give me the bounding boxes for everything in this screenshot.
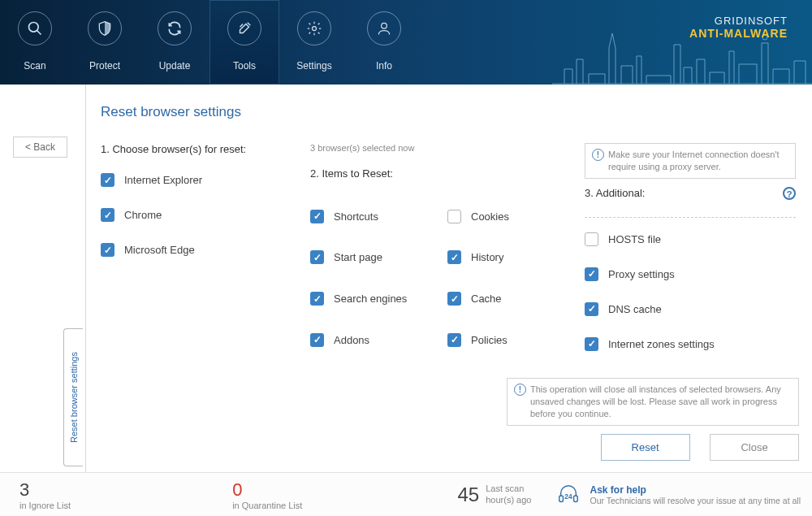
selected-count-hint: 3 browser(s) selected now	[310, 143, 585, 153]
gear-icon	[297, 11, 331, 46]
nav-tab-label: Tools	[209, 60, 279, 72]
checkbox-label: Shortcuts	[334, 210, 378, 223]
stat-lines: Last scan hour(s) ago	[486, 483, 531, 505]
help-title: Ask for help	[590, 484, 801, 496]
checkbox-dns-cache[interactable]: DNS cache	[585, 302, 796, 316]
checkbox-browser-chrome[interactable]: Chrome	[101, 208, 310, 222]
reset-button[interactable]: Reset	[601, 434, 690, 461]
ask-for-help[interactable]: 24 Ask for help Our Technicians will res…	[544, 482, 812, 508]
bottom-actions: This operation will close all instances …	[507, 378, 799, 461]
checkbox-icon	[447, 250, 461, 264]
svg-text:24: 24	[565, 492, 573, 500]
checkbox-icon	[101, 243, 114, 257]
button-row: Reset Close	[507, 434, 799, 461]
refresh-icon	[158, 11, 192, 46]
checkbox-icon	[585, 337, 598, 351]
back-button[interactable]: < Back	[13, 137, 67, 158]
nav-tabs: Scan Protect Update Tools Settings	[0, 0, 419, 85]
checkbox-icon	[447, 333, 461, 347]
checkbox-cookies[interactable]: Cookies	[447, 207, 585, 226]
nav-tab-settings[interactable]: Settings	[279, 0, 349, 85]
checkbox-shortcuts[interactable]: Shortcuts	[310, 207, 447, 226]
nav-tab-label: Update	[140, 60, 209, 72]
section-heading-additional: 3. Additional: ?	[585, 187, 796, 199]
stat-label: in Quarantine List	[232, 501, 302, 510]
nav-tab-label: Settings	[279, 60, 349, 72]
checkbox-internet-zones[interactable]: Internet zones settings	[585, 337, 796, 351]
nav-tab-label: Scan	[0, 60, 70, 72]
svg-rect-7	[574, 495, 578, 501]
checkbox-label: Policies	[471, 334, 508, 346]
page-title: Reset browser settings	[101, 104, 804, 120]
stat-quarantine-list[interactable]: 0 in Quarantine List	[213, 479, 322, 510]
checkbox-history[interactable]: History	[447, 248, 585, 267]
checkbox-label: Chrome	[124, 209, 162, 221]
section-heading-text: 3. Additional:	[585, 187, 645, 199]
close-button[interactable]: Close	[710, 434, 799, 461]
side-tab-reset-browser[interactable]: Reset browser settings	[63, 328, 83, 466]
nav-tab-tools[interactable]: Tools	[209, 0, 279, 85]
checkbox-icon	[101, 173, 114, 187]
checkbox-icon	[101, 208, 114, 222]
divider	[585, 217, 796, 218]
checkbox-icon	[310, 333, 324, 347]
nav-tab-protect[interactable]: Protect	[70, 0, 140, 85]
checkbox-label: Start page	[334, 251, 382, 263]
stat-value: 45	[458, 483, 480, 506]
checkbox-addons[interactable]: Addons	[310, 331, 447, 349]
checkbox-hosts-file[interactable]: HOSTS file	[585, 232, 796, 246]
checkbox-label: Internet zones settings	[608, 338, 715, 350]
stat-line1: Last scan	[486, 483, 531, 494]
side-tab-label: Reset browser settings	[69, 352, 79, 443]
page-body: < Back Reset browser settings Reset brow…	[0, 85, 812, 472]
section-heading-browsers: 1. Choose browser(s) for reset:	[101, 143, 310, 155]
checkbox-policies[interactable]: Policies	[447, 331, 585, 349]
nav-tab-info[interactable]: Info	[349, 0, 419, 85]
left-rail: < Back Reset browser settings	[0, 85, 85, 472]
column-additional: Make sure your Internet connection doesn…	[585, 143, 796, 372]
checkbox-label: History	[471, 251, 503, 263]
stat-value: 0	[232, 479, 302, 501]
checkbox-start-page[interactable]: Start page	[310, 248, 447, 267]
checkbox-icon	[447, 292, 461, 306]
main-panel: Reset browser settings 1. Choose browser…	[85, 85, 812, 472]
help-subtitle: Our Technicians will resolve your issue …	[590, 496, 801, 505]
checkbox-icon	[585, 302, 598, 316]
column-items: 3 browser(s) selected now 2. Items to Re…	[310, 143, 585, 372]
stat-label: in Ignore List	[19, 501, 71, 510]
checkbox-proxy-settings[interactable]: Proxy settings	[585, 267, 796, 281]
checkbox-label: HOSTS file	[608, 233, 661, 245]
checkbox-browser-edge[interactable]: Microsoft Edge	[101, 243, 310, 257]
nav-tab-label: Info	[349, 60, 419, 72]
app-header: Scan Protect Update Tools Settings	[0, 0, 812, 85]
checkbox-label: DNS cache	[608, 303, 662, 315]
section-heading-items: 2. Items to Reset:	[310, 167, 585, 180]
column-browsers: 1. Choose browser(s) for reset: Internet…	[101, 143, 310, 372]
svg-rect-6	[559, 495, 564, 501]
checkbox-label: Proxy settings	[608, 268, 675, 280]
checkbox-icon	[585, 267, 598, 281]
checkbox-browser-ie[interactable]: Internet Explorer	[101, 173, 310, 187]
search-icon	[18, 11, 52, 46]
svg-point-0	[29, 23, 39, 33]
checkbox-label: Cache	[471, 293, 502, 305]
checkbox-icon	[585, 232, 598, 246]
checkbox-search-engines[interactable]: Search engines	[310, 289, 447, 308]
stat-ignore-list[interactable]: 3 in Ignore List	[0, 479, 90, 510]
checkbox-cache[interactable]: Cache	[447, 289, 585, 308]
brand-line2: ANTI-MALWARE	[689, 27, 788, 40]
shield-icon	[88, 11, 122, 46]
help-text: Ask for help Our Technicians will resolv…	[590, 484, 801, 505]
nav-tab-update[interactable]: Update	[140, 0, 209, 85]
checkbox-label: Cookies	[471, 210, 509, 223]
checkbox-label: Microsoft Edge	[124, 244, 195, 256]
help-icon[interactable]: ?	[783, 187, 796, 200]
tools-icon	[227, 11, 261, 46]
checkbox-label: Addons	[334, 334, 369, 346]
headset-24-icon: 24	[555, 482, 581, 508]
nav-tab-scan[interactable]: Scan	[0, 0, 70, 85]
checkbox-icon	[310, 210, 324, 223]
user-icon	[367, 11, 401, 46]
stat-last-scan[interactable]: 45 Last scan hour(s) ago	[445, 483, 545, 506]
svg-point-3	[382, 23, 387, 28]
